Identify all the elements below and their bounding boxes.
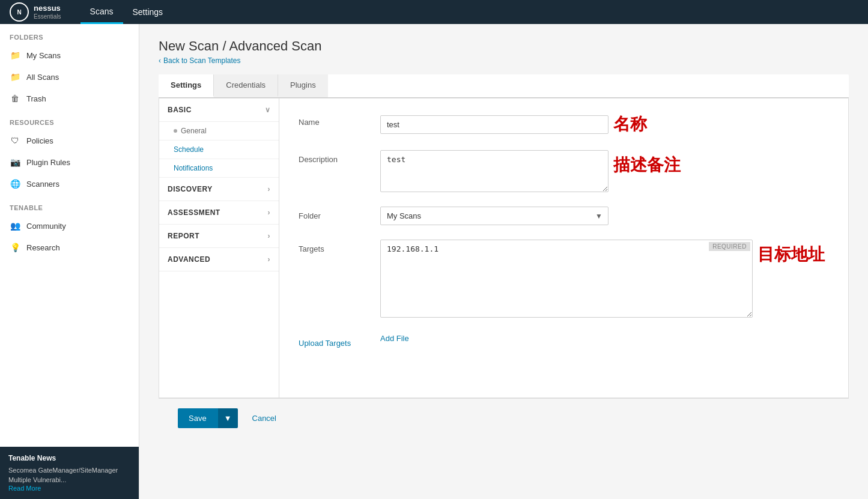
logo-text: nessus Essentials xyxy=(34,4,61,19)
folder-icon: 📁 xyxy=(10,50,20,61)
add-file-link[interactable]: Add File xyxy=(380,334,409,343)
description-field: test 描述备注 xyxy=(380,150,829,192)
subsection-general[interactable]: General xyxy=(159,122,279,141)
targets-label: Targets xyxy=(299,240,371,253)
news-text: Secomea GateManager/SiteManager Multiple… xyxy=(8,466,130,485)
sidebar-item-label: Trash xyxy=(26,94,46,103)
chevron-right-icon: › xyxy=(268,185,271,193)
research-icon: 💡 xyxy=(10,242,20,253)
save-button[interactable]: Save xyxy=(178,408,217,428)
folders-label: FOLDERS xyxy=(0,24,139,44)
description-input[interactable]: test xyxy=(380,150,609,192)
name-input[interactable] xyxy=(380,115,609,134)
sidebar-item-label: Plugin Rules xyxy=(26,158,70,167)
folder-select[interactable]: My Scans All Scans xyxy=(380,207,609,225)
nav-settings[interactable]: Settings xyxy=(123,0,173,24)
section-report[interactable]: REPORT › xyxy=(159,225,279,248)
tenable-news: Tenable News Secomea GateManager/SiteMan… xyxy=(0,447,139,499)
subsection-schedule[interactable]: Schedule xyxy=(159,141,279,159)
tab-plugins[interactable]: Plugins xyxy=(278,74,328,97)
community-icon: 👥 xyxy=(10,220,20,231)
tenable-label: TENABLE xyxy=(0,195,139,215)
chevron-down-icon: ▼ xyxy=(224,414,232,423)
resources-label: RESOURCES xyxy=(0,109,139,130)
read-more-link[interactable]: Read More xyxy=(8,485,130,492)
camera-icon: 📷 xyxy=(10,157,20,168)
sidebar-item-label: All Scans xyxy=(26,73,59,82)
targets-field: 192.168.1.1 REQUIRED 目标地址 xyxy=(380,240,829,319)
tab-credentials[interactable]: Credentials xyxy=(214,74,278,97)
trash-icon: 🗑 xyxy=(10,93,20,104)
bullet-icon xyxy=(174,129,177,133)
upload-targets-field: Add File xyxy=(380,334,829,343)
targets-input[interactable]: 192.168.1.1 xyxy=(380,240,753,318)
section-advanced[interactable]: ADVANCED › xyxy=(159,248,279,271)
subsection-notifications[interactable]: Notifications xyxy=(159,159,279,178)
chevron-right-icon: › xyxy=(268,255,271,264)
section-discovery[interactable]: DISCOVERY › xyxy=(159,178,279,201)
back-link[interactable]: ‹ Back to Scan Templates xyxy=(159,56,849,65)
name-row: Name 名称 xyxy=(299,113,829,136)
bottom-bar: Save ▼ Cancel xyxy=(159,398,849,438)
description-annotation: 描述备注 xyxy=(613,150,681,177)
section-basic[interactable]: BASIC ∨ xyxy=(159,98,279,122)
section-advanced-label: ADVANCED xyxy=(168,255,210,264)
sidebar-item-community[interactable]: 👥 Community xyxy=(0,215,139,237)
required-badge: REQUIRED xyxy=(709,242,750,251)
save-dropdown-button[interactable]: ▼ xyxy=(217,408,238,428)
description-row: Description test 描述备注 xyxy=(299,150,829,192)
section-assessment-label: ASSESSMENT xyxy=(168,208,220,217)
upload-targets-row: Upload Targets Add File xyxy=(299,334,829,348)
shield-icon: 🛡 xyxy=(10,135,20,146)
folder-field: My Scans All Scans ▼ xyxy=(380,207,609,225)
sidebar-item-trash[interactable]: 🗑 Trash xyxy=(0,88,139,109)
chevron-right-icon: › xyxy=(268,208,271,217)
sidebar-item-policies[interactable]: 🛡 Policies xyxy=(0,130,139,151)
section-assessment[interactable]: ASSESSMENT › xyxy=(159,201,279,225)
upload-targets-label: Upload Targets xyxy=(299,334,371,348)
name-label: Name xyxy=(299,113,371,127)
save-group: Save ▼ xyxy=(178,408,238,428)
sidebar-item-label: Research xyxy=(26,243,60,252)
sidebar-item-label: Policies xyxy=(26,136,53,145)
page-title: New Scan / Advanced Scan xyxy=(159,38,849,54)
form-sidebar: BASIC ∨ General Schedule Notifications D… xyxy=(159,98,279,398)
chevron-left-icon: ‹ xyxy=(159,56,161,65)
cancel-button[interactable]: Cancel xyxy=(245,408,284,428)
section-basic-label: BASIC xyxy=(168,106,192,114)
subsection-notifications-label: Notifications xyxy=(174,164,213,172)
sidebar-item-all-scans[interactable]: 📁 All Scans xyxy=(0,66,139,88)
targets-row: Targets 192.168.1.1 REQUIRED 目标地址 xyxy=(299,240,829,319)
sidebar-item-plugin-rules[interactable]: 📷 Plugin Rules xyxy=(0,151,139,173)
sidebar-item-label: My Scans xyxy=(26,51,61,60)
description-label: Description xyxy=(299,150,371,164)
top-nav: N nessus Essentials Scans Settings xyxy=(0,0,868,24)
sidebar: FOLDERS 📁 My Scans 📁 All Scans 🗑 Trash R… xyxy=(0,24,139,499)
tab-settings[interactable]: Settings xyxy=(159,74,214,97)
section-discovery-label: DISCOVERY xyxy=(168,185,213,193)
name-field: 名称 xyxy=(380,113,829,136)
main-layout: FOLDERS 📁 My Scans 📁 All Scans 🗑 Trash R… xyxy=(0,24,868,499)
logo: N nessus Essentials xyxy=(10,2,61,22)
folder-label: Folder xyxy=(299,207,371,220)
folder-row: Folder My Scans All Scans ▼ xyxy=(299,207,829,225)
chevron-right-icon: › xyxy=(268,232,271,240)
sidebar-item-research[interactable]: 💡 Research xyxy=(0,237,139,258)
targets-annotation: 目标地址 xyxy=(757,240,825,266)
nav-scans[interactable]: Scans xyxy=(80,0,123,24)
sidebar-item-label: Scanners xyxy=(26,180,59,189)
subsection-schedule-label: Schedule xyxy=(174,145,204,154)
name-annotation: 名称 xyxy=(613,113,647,136)
chevron-down-icon: ∨ xyxy=(265,106,271,114)
sidebar-item-my-scans[interactable]: 📁 My Scans xyxy=(0,44,139,66)
folder-icon: 📁 xyxy=(10,71,20,82)
section-report-label: REPORT xyxy=(168,232,199,240)
globe-icon: 🌐 xyxy=(10,178,20,189)
tabs: Settings Credentials Plugins xyxy=(159,74,849,98)
sidebar-item-scanners[interactable]: 🌐 Scanners xyxy=(0,173,139,195)
news-title: Tenable News xyxy=(8,454,130,462)
form-content: Name 名称 Description test 描述备注 F xyxy=(279,98,848,398)
logo-icon: N xyxy=(10,2,29,22)
subsection-general-label: General xyxy=(181,127,207,135)
sidebar-item-label: Community xyxy=(26,222,66,231)
